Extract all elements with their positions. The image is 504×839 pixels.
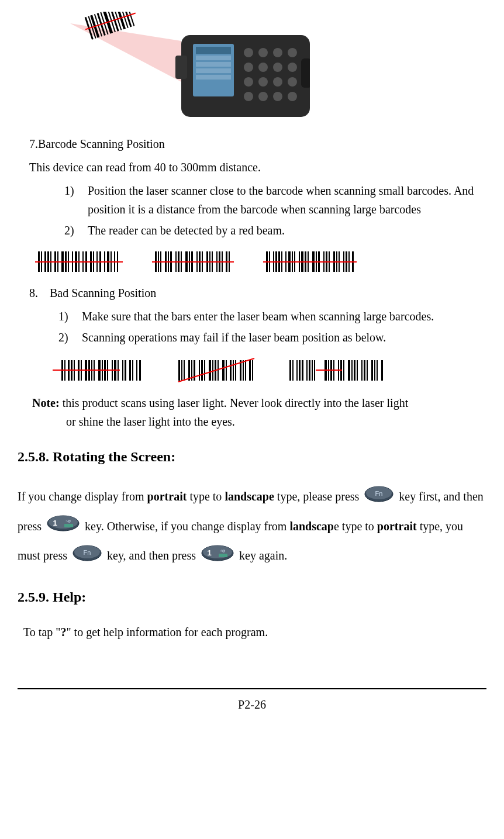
svg-rect-164 [249,360,251,381]
svg-point-33 [258,77,268,87]
svg-rect-137 [125,360,126,381]
svg-rect-159 [233,360,234,381]
svg-rect-143 [178,360,180,381]
svg-point-32 [244,77,253,87]
text-frag: type, please press [274,490,363,503]
list-text: Scanning operations may fail if the lase… [82,328,486,347]
svg-rect-150 [201,360,203,381]
svg-rect-160 [235,360,236,381]
svg-rect-23 [196,75,231,80]
svg-rect-210 [219,554,227,557]
svg-rect-139 [132,360,133,381]
section-7-item-1: 1) Position the laser scanner close to t… [64,181,486,219]
svg-point-36 [244,92,253,101]
svg-point-24 [244,48,253,57]
svg-point-29 [258,63,268,72]
fn-key-icon: Fn [364,484,393,512]
svg-rect-17 [175,56,187,79]
svg-text::\@: :\@ [65,519,71,523]
svg-rect-172 [306,360,308,381]
svg-point-35 [288,77,297,87]
text-frag: type to [187,490,225,503]
one-key-icon: 1:\@ [47,513,80,541]
svg-rect-151 [204,360,205,381]
svg-point-28 [244,63,253,72]
svg-rect-187 [361,360,363,381]
text-bold-question: ? [60,626,66,638]
svg-point-30 [273,63,282,72]
svg-rect-192 [377,360,378,381]
section-7-title: 7.Barcode Scanning Position [29,134,486,153]
svg-rect-149 [199,360,200,381]
section-7-intro-text: This device can read from 40 to 300mm di… [29,161,261,174]
rotate-screen-paragraph: If you change display from portrait type… [18,482,486,571]
svg-text:Fn: Fn [375,490,383,497]
note-text-2: or shine the laser light into the eyes. [66,412,486,431]
text-frag: e type to [334,520,377,533]
svg-rect-174 [312,360,313,381]
svg-rect-156 [222,360,225,381]
svg-rect-173 [309,360,310,381]
svg-rect-157 [226,360,227,381]
text-bold-landscape: landscape [225,490,274,503]
svg-point-37 [258,92,268,101]
text-frag: key again. [239,549,287,562]
scanner-device-illustration [35,12,486,129]
section-8-num: 8. [29,286,38,299]
svg-point-34 [273,77,282,87]
svg-text:1: 1 [53,519,57,527]
svg-rect-191 [374,360,375,381]
fn-key-icon: Fn [73,543,102,571]
note-text-1: this product scans using laser light. Ne… [60,396,409,409]
text-bold-portrait: portrait [147,490,187,503]
list-marker: 1) [64,181,88,219]
list-marker: 2) [64,221,88,240]
section-7-title-text: 7.Barcode Scanning Position [29,137,165,150]
svg-rect-144 [181,360,182,381]
svg-rect-183 [348,360,350,381]
page-footer: P2-26 [18,688,486,714]
svg-point-38 [273,92,282,101]
svg-rect-189 [367,360,368,381]
svg-rect-168 [292,360,294,381]
svg-rect-152 [209,360,211,381]
note-label: Note: [32,396,60,409]
svg-rect-186 [357,360,358,381]
svg-text::\@: :\@ [220,549,225,553]
svg-rect-202 [64,524,73,527]
svg-point-25 [258,48,268,57]
section-8-item-2: 2) Scanning operations may fail if the l… [58,328,486,347]
svg-rect-193 [381,360,383,381]
list-marker: 2) [58,328,82,347]
svg-marker-0 [70,23,181,82]
svg-rect-170 [299,360,301,381]
text-bold-landscape2: landscap [289,520,334,533]
svg-rect-184 [351,360,353,381]
note-block: Note: this product scans using laser lig… [32,393,486,431]
svg-point-27 [288,48,297,57]
svg-point-39 [288,92,297,101]
svg-rect-165 [252,360,253,381]
svg-rect-136 [122,360,123,381]
page-number: P2-26 [238,698,266,711]
svg-text:Fn: Fn [84,549,91,556]
svg-rect-19 [196,47,231,54]
text-frag: " to get help information for each progr… [66,626,268,638]
svg-rect-185 [354,360,355,381]
section-8-item-1: 1) Make sure that the bars enter the las… [58,307,486,326]
heading-258: 2.5.8. Rotating the Screen: [18,446,486,468]
svg-rect-146 [188,360,190,381]
svg-rect-40 [301,58,310,88]
list-text: Make sure that the bars enter the laser … [82,307,486,326]
svg-text:1: 1 [207,548,211,557]
help-paragraph: To tap "?" to get help information for e… [23,623,486,641]
svg-rect-163 [245,360,246,381]
section-7-intro: This device can read from 40 to 300mm di… [29,158,486,177]
svg-rect-20 [196,56,231,60]
svg-rect-21 [196,62,231,67]
svg-rect-182 [343,360,344,381]
svg-rect-141 [139,360,141,381]
svg-rect-169 [296,360,298,381]
svg-rect-162 [243,360,244,381]
svg-rect-188 [364,360,365,381]
